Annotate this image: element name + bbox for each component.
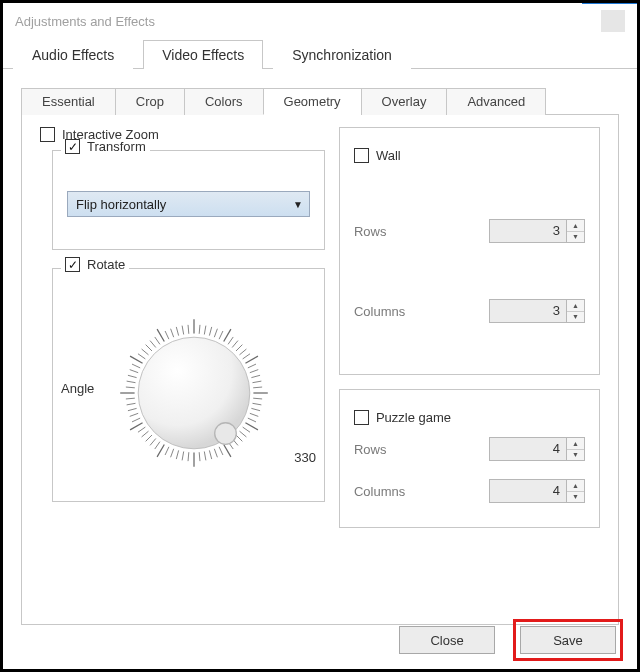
tab-synchronization[interactable]: Synchronization bbox=[273, 40, 411, 69]
svg-line-53 bbox=[188, 325, 189, 334]
save-button-highlight: Save bbox=[513, 619, 623, 661]
puzzle-rows-value: 4 bbox=[490, 438, 566, 460]
transform-label: Transform bbox=[87, 139, 146, 154]
svg-line-62 bbox=[232, 341, 238, 348]
wall-checkbox[interactable] bbox=[354, 148, 369, 163]
svg-line-32 bbox=[130, 413, 138, 416]
svg-point-73 bbox=[215, 423, 237, 445]
tab-colors[interactable]: Colors bbox=[184, 88, 264, 115]
puzzle-cols-spinner[interactable]: 4 ▲▼ bbox=[489, 479, 585, 503]
svg-line-57 bbox=[210, 327, 212, 336]
svg-line-12 bbox=[224, 444, 231, 456]
caret-down-icon[interactable]: ▼ bbox=[567, 312, 584, 323]
svg-line-16 bbox=[205, 451, 207, 460]
puzzle-cols-label: Columns bbox=[354, 484, 405, 499]
puzzle-rows-label: Rows bbox=[354, 442, 387, 457]
transform-dropdown[interactable]: Flip horizontally ▼ bbox=[67, 191, 310, 217]
svg-line-5 bbox=[248, 418, 256, 422]
svg-line-48 bbox=[157, 329, 164, 341]
svg-line-59 bbox=[219, 331, 223, 339]
svg-line-14 bbox=[215, 449, 218, 457]
caret-down-icon[interactable]: ▼ bbox=[567, 232, 584, 243]
svg-line-23 bbox=[165, 447, 169, 455]
svg-line-20 bbox=[182, 451, 184, 460]
puzzle-cols-value: 4 bbox=[490, 480, 566, 502]
interactive-zoom-checkbox[interactable] bbox=[40, 127, 55, 142]
svg-line-19 bbox=[188, 452, 189, 461]
chevron-down-icon: ▼ bbox=[293, 199, 303, 210]
wall-cols-spinner[interactable]: 3 ▲▼ bbox=[489, 299, 585, 323]
caret-down-icon[interactable]: ▼ bbox=[567, 492, 584, 503]
rotate-dial[interactable] bbox=[104, 303, 284, 483]
dialog-footer: Close Save bbox=[399, 619, 623, 661]
save-button[interactable]: Save bbox=[520, 626, 616, 654]
svg-line-7 bbox=[243, 427, 250, 432]
close-button[interactable]: Close bbox=[399, 626, 495, 654]
rotate-checkbox[interactable] bbox=[65, 257, 80, 272]
svg-line-46 bbox=[150, 341, 156, 348]
svg-line-65 bbox=[243, 354, 250, 359]
svg-line-49 bbox=[165, 331, 169, 339]
puzzle-checkbox[interactable] bbox=[354, 410, 369, 425]
puzzle-label: Puzzle game bbox=[376, 410, 451, 425]
svg-line-2 bbox=[253, 403, 262, 405]
transform-selected: Flip horizontally bbox=[76, 197, 166, 212]
caret-up-icon[interactable]: ▲ bbox=[567, 480, 584, 492]
svg-line-58 bbox=[215, 329, 218, 337]
svg-line-37 bbox=[126, 387, 135, 388]
caret-up-icon[interactable]: ▲ bbox=[567, 438, 584, 450]
tab-crop[interactable]: Crop bbox=[115, 88, 185, 115]
tab-audio-effects[interactable]: Audio Effects bbox=[13, 40, 133, 69]
svg-line-3 bbox=[252, 408, 261, 410]
svg-line-25 bbox=[155, 442, 160, 449]
angle-value: 330 bbox=[294, 450, 316, 465]
tab-essential[interactable]: Essential bbox=[21, 88, 116, 115]
rotate-group: Rotate Angle bbox=[52, 268, 325, 502]
svg-line-52 bbox=[182, 326, 184, 335]
svg-line-34 bbox=[127, 403, 136, 405]
svg-line-17 bbox=[199, 452, 200, 461]
wall-cols-value: 3 bbox=[490, 300, 566, 322]
svg-line-64 bbox=[240, 349, 247, 355]
titlebar: Adjustments and Effects bbox=[3, 3, 637, 39]
svg-line-44 bbox=[142, 349, 149, 355]
caret-up-icon[interactable]: ▲ bbox=[567, 300, 584, 312]
svg-line-47 bbox=[155, 337, 160, 344]
svg-line-31 bbox=[132, 418, 140, 422]
svg-line-56 bbox=[205, 326, 207, 335]
caret-up-icon[interactable]: ▲ bbox=[567, 220, 584, 232]
tab-advanced[interactable]: Advanced bbox=[446, 88, 546, 115]
svg-line-29 bbox=[138, 427, 145, 432]
svg-line-22 bbox=[171, 449, 174, 457]
svg-line-13 bbox=[219, 447, 223, 455]
svg-line-70 bbox=[253, 381, 262, 383]
angle-label: Angle bbox=[61, 381, 94, 396]
svg-line-71 bbox=[253, 387, 262, 388]
wall-label: Wall bbox=[376, 148, 401, 163]
tab-overlay[interactable]: Overlay bbox=[361, 88, 448, 115]
svg-line-8 bbox=[240, 431, 247, 437]
svg-line-55 bbox=[199, 325, 200, 334]
svg-line-33 bbox=[128, 408, 137, 410]
wall-rows-value: 3 bbox=[490, 220, 566, 242]
svg-line-38 bbox=[127, 381, 136, 383]
svg-line-1 bbox=[253, 398, 262, 399]
geometry-panel: Interactive Zoom Transform Flip horizont… bbox=[21, 115, 619, 625]
tab-geometry[interactable]: Geometry bbox=[263, 88, 362, 115]
window-close-button[interactable] bbox=[601, 10, 625, 32]
wall-rows-spinner[interactable]: 3 ▲▼ bbox=[489, 219, 585, 243]
svg-line-61 bbox=[228, 337, 233, 344]
svg-line-27 bbox=[146, 435, 152, 441]
caret-down-icon[interactable]: ▼ bbox=[567, 450, 584, 461]
wall-cols-label: Columns bbox=[354, 304, 405, 319]
svg-line-50 bbox=[171, 329, 174, 337]
svg-line-68 bbox=[250, 370, 258, 373]
wall-rows-label: Rows bbox=[354, 224, 387, 239]
transform-checkbox[interactable] bbox=[65, 139, 80, 154]
svg-line-67 bbox=[248, 364, 256, 368]
svg-line-39 bbox=[128, 375, 137, 377]
svg-line-69 bbox=[252, 375, 261, 377]
svg-line-51 bbox=[177, 327, 179, 336]
puzzle-rows-spinner[interactable]: 4 ▲▼ bbox=[489, 437, 585, 461]
tab-video-effects[interactable]: Video Effects bbox=[143, 40, 263, 69]
